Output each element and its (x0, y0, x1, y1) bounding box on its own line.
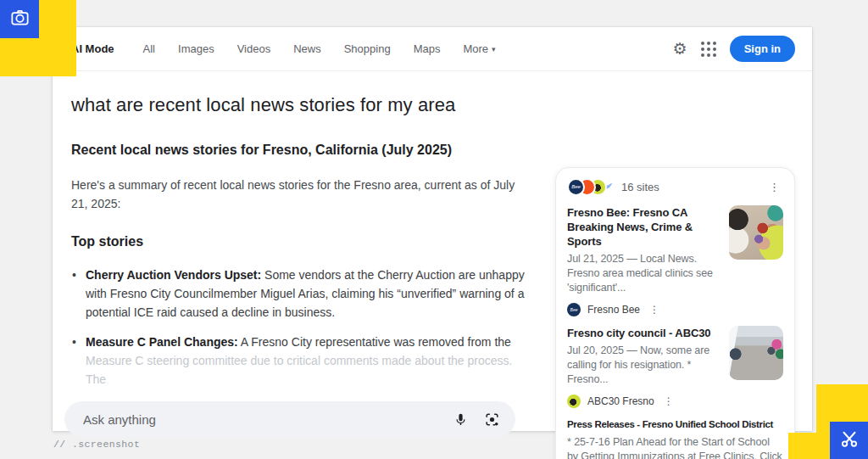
query-title: what are recent local news stories for m… (71, 94, 812, 116)
bullet-dot: • (72, 266, 76, 284)
browser-card: AI Mode All Images Videos News Shopping … (53, 27, 812, 431)
ask-bar-icons (453, 411, 500, 428)
microphone-icon[interactable] (453, 412, 468, 427)
bullet-dot: • (72, 333, 76, 351)
fresno-bee-favicon: Bee (567, 178, 585, 196)
source-thumbnail-street[interactable] (729, 326, 783, 380)
screenshot-caption: // .screenshot (53, 439, 140, 450)
item-kebab-menu-icon[interactable]: ⋮ (647, 303, 662, 316)
sites-count-label: 16 sites (621, 181, 659, 193)
source-item-fresno-bee: Fresno Bee: Fresno CA Breaking News, Cri… (567, 196, 783, 316)
source-title[interactable]: Fresno Bee: Fresno CA Breaking News, Cri… (567, 205, 721, 249)
source-item-abc30: Fresno city council - ABC30 Jul 20, 2025… (567, 316, 783, 408)
tab-shopping[interactable]: Shopping (344, 42, 391, 55)
scissors-badge (830, 422, 868, 459)
tab-images[interactable]: Images (178, 42, 214, 55)
source-snippet: Jul 21, 2025 — Local News. Fresno area m… (567, 252, 721, 295)
sign-in-button[interactable]: Sign in (730, 36, 795, 62)
list-item: • Measure C Panel Changes: A Fresno City… (71, 333, 529, 389)
answer-section-heading: Recent local news stories for Fresno, Ca… (71, 143, 812, 158)
source-favicon-cluster: Bee (567, 178, 608, 196)
abc30-favicon (567, 395, 581, 408)
camera-badge (0, 0, 39, 38)
item-kebab-menu-icon[interactable]: ⋮ (661, 395, 676, 408)
source-item-fresno-unified: Press Releases - Fresno Unified School D… (567, 408, 783, 459)
camera-icon (9, 7, 31, 31)
source-title[interactable]: Fresno city council - ABC30 (567, 326, 721, 340)
story-lead: Measure C Panel Changes: (86, 335, 238, 349)
source-title[interactable]: Press Releases - Fresno Unified School D… (567, 417, 783, 432)
scissors-icon (838, 428, 860, 453)
tab-all[interactable]: All (143, 42, 155, 55)
ask-anything-input[interactable] (81, 411, 453, 428)
panel-kebab-menu-icon[interactable]: ⋮ (765, 180, 783, 194)
story-lead: Cherry Auction Vendors Upset: (86, 268, 261, 282)
source-name[interactable]: Fresno Bee (587, 304, 640, 316)
fresno-bee-favicon: Bee (567, 303, 581, 316)
ask-anything-bar[interactable] (64, 401, 515, 437)
story-body: A Fresno City representative was removed… (241, 335, 511, 349)
frame-yellow-rect-bottom (788, 433, 817, 459)
google-apps-grid-icon[interactable] (701, 42, 716, 57)
list-item: • Cherry Auction Vendors Upset: Some ven… (71, 266, 529, 322)
answer-intro-text: Here's a summary of recent local news st… (71, 176, 529, 213)
tab-ai-mode[interactable]: AI Mode (71, 42, 114, 55)
screenshot-frame: AI Mode All Images Videos News Shopping … (0, 0, 868, 459)
tab-more-label: More (463, 42, 488, 55)
source-snippet: Jul 20, 2025 — Now, some are calling for… (567, 344, 721, 387)
source-snippet: * 25-7-16 Plan Ahead for the Start of Sc… (567, 435, 783, 459)
google-lens-icon[interactable] (484, 411, 500, 428)
story-body-faded: Measure C steering committee due to crit… (86, 351, 529, 389)
settings-gear-icon[interactable]: ⚙ (673, 41, 687, 57)
tab-maps[interactable]: Maps (414, 42, 441, 55)
chevron-down-icon: ▾ (492, 45, 496, 53)
source-name[interactable]: ABC30 Fresno (587, 395, 654, 407)
tab-news[interactable]: News (293, 42, 321, 55)
nav-right-group: ⚙ Sign in (673, 36, 795, 62)
search-nav: AI Mode All Images Videos News Shopping … (53, 27, 812, 71)
tab-videos[interactable]: Videos (237, 42, 271, 55)
top-stories-list: • Cherry Auction Vendors Upset: Some ven… (71, 266, 529, 389)
sources-header[interactable]: Bee 16 sites ⋮ (567, 177, 783, 196)
results-content: what are recent local news stories for m… (53, 94, 812, 453)
tab-more[interactable]: More ▾ (463, 42, 495, 55)
source-thumbnail-clinic[interactable] (729, 205, 783, 260)
sources-panel: Bee 16 sites ⋮ Fresno Bee: Fresno CA (555, 167, 795, 459)
